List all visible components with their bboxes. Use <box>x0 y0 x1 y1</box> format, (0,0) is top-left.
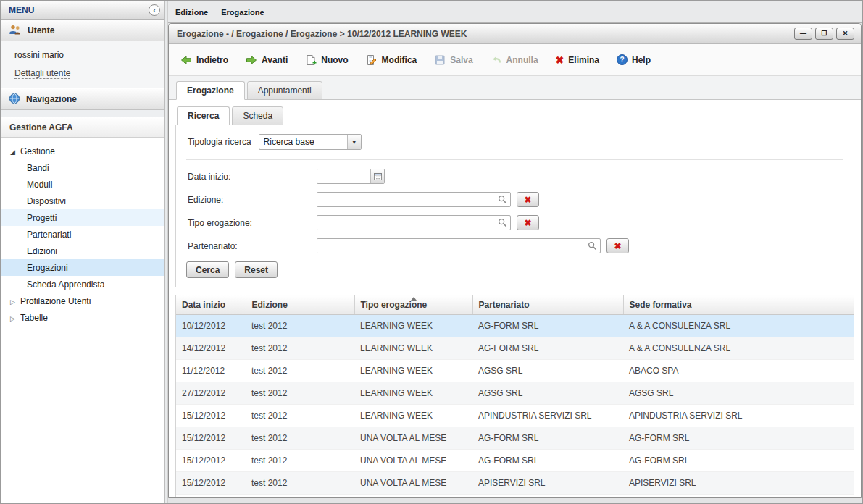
tipologia-ricerca-label: Tipologia ricerca <box>188 137 251 147</box>
help-button[interactable]: ? Help <box>617 54 651 65</box>
table-row[interactable]: 15/12/2012 test 2012 LEARNING WEEK APIND… <box>176 405 854 427</box>
sidebar: MENU ‹ Utente rossini mario Dettagli ute… <box>1 1 165 503</box>
tree-item-scheda-apprendista[interactable]: Scheda Apprendista <box>1 276 164 293</box>
grid-cell: 10/12/2012 <box>176 315 246 337</box>
grid-cell: 11/12/2012 <box>176 360 246 382</box>
data-inizio-input[interactable] <box>317 169 370 183</box>
button-label: Annulla <box>506 55 538 65</box>
tab-ricerca[interactable]: Ricerca <box>177 106 230 125</box>
user-details-link[interactable]: Dettagli utente <box>14 68 70 79</box>
collapse-arrow-icon[interactable] <box>10 313 15 323</box>
menu-header: MENU ‹ <box>1 1 164 20</box>
tree-item-gestione[interactable]: Gestione <box>1 143 164 159</box>
table-row[interactable]: 10/12/2012 test 2012 LEARNING WEEK AG-FO… <box>176 315 854 337</box>
collapse-arrow-icon[interactable] <box>10 296 15 306</box>
tree-item-progetti[interactable]: Progetti <box>1 209 164 226</box>
tab-content: Ricerca Scheda Tipologia ricerca ▼ Data … <box>169 100 861 497</box>
grid-cell: APISERVIZI SRL <box>472 495 623 498</box>
delete-x-icon <box>556 54 564 66</box>
tab-scheda[interactable]: Scheda <box>232 106 283 125</box>
tree-item-edizioni[interactable]: Edizioni <box>1 243 164 259</box>
tree-item-label: Scheda Apprendista <box>27 280 104 290</box>
table-row[interactable]: 15/12/2012 test 2012 UNA VOLTA AL MESE A… <box>176 427 854 450</box>
tipo-erogazione-label: Tipo erogazione: <box>188 218 317 228</box>
table-row[interactable]: 15/12/2012 test 2012 UNA VOLTA AL MESE A… <box>176 495 854 498</box>
tree-item-moduli[interactable]: Moduli <box>1 176 164 193</box>
tipologia-ricerca-value[interactable] <box>259 135 347 149</box>
main-tabstrip: Erogazione Appuntamenti <box>169 76 861 100</box>
results-grid: Data inizio Edizione Tipo erogazione Par… <box>175 295 854 497</box>
tree-item-dispositivi[interactable]: Dispositivi <box>1 193 164 209</box>
tree-item-erogazioni[interactable]: Erogazioni <box>1 259 164 276</box>
button-label: Help <box>632 55 651 65</box>
reset-button[interactable]: Reset <box>235 261 278 278</box>
chevron-down-icon[interactable]: ▼ <box>347 135 361 149</box>
tab-erogazione[interactable]: Erogazione <box>176 81 245 100</box>
column-header-data-inizio[interactable]: Data inizio <box>176 295 246 315</box>
tree-item-tabelle[interactable]: Tabelle <box>1 309 164 326</box>
grid-cell: 15/12/2012 <box>176 405 246 427</box>
column-header-tipo-erogazione[interactable]: Tipo erogazione <box>354 295 472 315</box>
column-header-edizione[interactable]: Edizione <box>246 295 354 315</box>
module-tab-strip: Edizione Erogazione <box>168 1 862 23</box>
elimina-button[interactable]: Elimina <box>556 54 599 66</box>
calendar-icon[interactable] <box>370 169 384 183</box>
toolbar: Indietro Avanti <box>169 44 861 76</box>
search-icon[interactable] <box>498 195 507 204</box>
avanti-button[interactable]: Avanti <box>246 54 288 66</box>
clear-tipo-erogazione-button[interactable] <box>517 215 539 230</box>
grid-cell: LEARNING WEEK <box>354 405 472 427</box>
grid-cell: 15/12/2012 <box>176 472 246 495</box>
tree-item-partenariati[interactable]: Partenariati <box>1 226 164 243</box>
tipo-erogazione-input[interactable] <box>317 216 498 230</box>
table-row[interactable]: 15/12/2012 test 2012 UNA VOLTA AL MESE A… <box>176 450 854 472</box>
grid-cell: 15/12/2012 <box>176 495 246 498</box>
grid-cell: A & A CONSULENZA SRL <box>623 337 854 360</box>
tree-item-profilazione-utenti[interactable]: Profilazione Utenti <box>1 293 164 309</box>
clear-edizione-button[interactable] <box>517 192 539 207</box>
tree-item-label: Dispositivi <box>27 196 66 206</box>
edizione-input[interactable] <box>317 193 498 206</box>
undo-icon <box>491 54 502 66</box>
expand-arrow-icon[interactable] <box>10 146 15 156</box>
button-label: Salva <box>450 55 472 65</box>
table-row[interactable]: 14/12/2012 test 2012 LEARNING WEEK AG-FO… <box>176 337 854 360</box>
tree-panel-title: Gestione AGFA <box>9 122 73 133</box>
edizione-field <box>317 192 511 207</box>
tipologia-ricerca-combobox[interactable]: ▼ <box>259 134 362 150</box>
collapse-sidebar-icon[interactable]: ‹ <box>149 4 160 16</box>
window-titlebar: Erogazione - / Erogazione / Erogazione >… <box>169 24 861 44</box>
tree-item-label: Bandi <box>27 163 49 173</box>
annulla-button: Annulla <box>491 54 538 66</box>
clear-x-icon <box>524 218 531 228</box>
grid-cell: AGSG SRL <box>623 382 854 405</box>
indietro-button[interactable]: Indietro <box>180 54 228 66</box>
inner-tabstrip: Ricerca Scheda <box>175 106 854 125</box>
table-row[interactable]: 27/12/2012 test 2012 LEARNING WEEK AGSG … <box>176 382 854 405</box>
close-icon[interactable]: ✕ <box>836 28 854 40</box>
edizione-label: Edizione: <box>188 195 317 205</box>
search-icon[interactable] <box>588 241 597 251</box>
grid-cell: test 2012 <box>246 315 354 337</box>
nuovo-button[interactable]: Nuovo <box>305 54 348 66</box>
search-icon[interactable] <box>498 218 507 227</box>
cerca-button[interactable]: Cerca <box>186 261 229 278</box>
table-row[interactable]: 15/12/2012 test 2012 UNA VOLTA AL MESE A… <box>176 472 854 495</box>
partenariato-input[interactable] <box>317 239 588 253</box>
clear-partenariato-button[interactable] <box>606 238 629 253</box>
column-header-partenariato[interactable]: Partenariato <box>472 295 623 315</box>
tab-appuntamenti[interactable]: Appuntamenti <box>247 81 322 100</box>
tree-item-bandi[interactable]: Bandi <box>1 159 164 176</box>
column-header-label: Tipo erogazione <box>361 300 428 310</box>
module-tab-edizione[interactable]: Edizione <box>175 8 208 17</box>
grid-cell: LEARNING WEEK <box>354 382 472 405</box>
modifica-button[interactable]: Modifica <box>366 54 417 66</box>
table-row[interactable]: 11/12/2012 test 2012 LEARNING WEEK AGSG … <box>176 360 854 382</box>
column-header-sede-formativa[interactable]: Sede formativa <box>623 295 854 315</box>
minimize-icon[interactable]: — <box>794 28 812 40</box>
maximize-icon[interactable]: ❐ <box>815 28 833 40</box>
module-tab-erogazione[interactable]: Erogazione <box>221 8 264 17</box>
grid-cell: ABACO SPA <box>623 360 854 382</box>
grid-cell: LEARNING WEEK <box>354 360 472 382</box>
partenariato-field <box>317 238 601 253</box>
